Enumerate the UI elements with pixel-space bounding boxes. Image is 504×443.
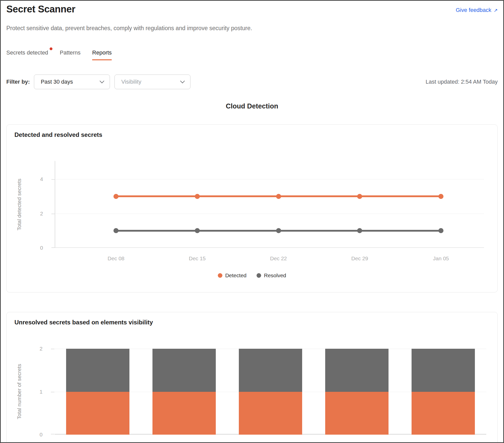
- bar-segment-detected[interactable]: [152, 392, 216, 435]
- give-feedback-link[interactable]: Give feedback ↗: [456, 7, 498, 13]
- tab-reports[interactable]: Reports: [92, 49, 112, 60]
- axis-tick: [51, 434, 54, 434]
- x-tick-label: Dec 22: [258, 255, 299, 262]
- secret-scanner-page: Secret Scanner Give feedback ↗ Protect s…: [0, 0, 504, 443]
- notification-dot: [50, 47, 52, 50]
- bar-segment-resolved[interactable]: [66, 349, 129, 392]
- legend-label: Resolved: [264, 272, 286, 279]
- x-tick-label: Dec 08: [96, 255, 136, 262]
- axis-tick: [51, 179, 55, 180]
- page-header: Secret Scanner Give feedback ↗: [6, 4, 498, 15]
- x-tick-label: Jan 05: [421, 255, 461, 262]
- legend-item[interactable]: Resolved: [257, 272, 286, 279]
- y-tick-label: 0: [26, 431, 43, 438]
- axis-baseline: [55, 247, 484, 248]
- legend-item[interactable]: Detected: [218, 272, 246, 279]
- tab-label: Reports: [92, 49, 112, 56]
- axis-tick: [51, 247, 55, 248]
- y-tick-label: 2: [27, 210, 43, 217]
- bar-segment-detected[interactable]: [239, 392, 302, 435]
- y-tick-label: 1: [26, 388, 43, 395]
- y-tick-label: 0: [27, 244, 43, 251]
- tab-secrets-detected[interactable]: Secrets detected: [6, 49, 48, 60]
- bar-segment-resolved[interactable]: [152, 349, 216, 392]
- tab-label: Patterns: [60, 49, 81, 56]
- bar-segment-resolved[interactable]: [412, 349, 475, 392]
- visibility-select[interactable]: Visibility: [114, 75, 190, 89]
- chevron-down-icon: [180, 79, 185, 83]
- line-chart-plot: 024Dec 08Dec 15Dec 22Dec 29Jan 05: [55, 161, 484, 248]
- filter-by-label: Filter by:: [6, 79, 30, 85]
- x-tick-label: Dec 29: [339, 255, 380, 262]
- y-axis-title: Total detected secrets: [16, 179, 22, 230]
- y-tick-label: 2: [26, 345, 43, 352]
- tab-label: Secrets detected: [6, 49, 48, 56]
- external-link-icon: ↗: [494, 7, 498, 13]
- tab-bar: Secrets detected Patterns Reports: [6, 49, 498, 60]
- page-subtitle: Protect sensitive data, prevent breaches…: [6, 25, 498, 32]
- date-range-value: Past 30 days: [41, 79, 73, 85]
- unresolved-visibility-card: Unresolved secrets based on elements vis…: [6, 312, 498, 443]
- bar-chart-plot: 012: [55, 349, 486, 435]
- bar-segment-detected[interactable]: [325, 392, 389, 435]
- bar-segment-resolved[interactable]: [325, 349, 389, 392]
- bar-segment-detected[interactable]: [412, 392, 475, 435]
- data-point[interactable]: [276, 194, 281, 199]
- data-point[interactable]: [357, 194, 362, 199]
- chart-legend: DetectedResolved: [7, 272, 497, 279]
- tab-patterns[interactable]: Patterns: [60, 49, 81, 60]
- axis-tick: [51, 349, 54, 349]
- visibility-placeholder: Visibility: [121, 79, 141, 85]
- y-axis-title: Total number of secrets: [16, 364, 22, 419]
- data-point[interactable]: [276, 228, 281, 233]
- axis-tick: [51, 392, 54, 392]
- date-range-select[interactable]: Past 30 days: [34, 75, 110, 89]
- bar-segment-detected[interactable]: [66, 392, 129, 435]
- section-title: Cloud Detection: [6, 102, 498, 110]
- filter-bar: Filter by: Past 30 days Visibility Last …: [6, 75, 498, 89]
- data-point[interactable]: [113, 194, 119, 199]
- data-point[interactable]: [113, 228, 119, 233]
- legend-dot-icon: [218, 273, 222, 278]
- data-point[interactable]: [438, 194, 443, 199]
- data-point[interactable]: [195, 194, 200, 199]
- data-point[interactable]: [195, 228, 200, 233]
- y-tick-label: 4: [27, 176, 43, 183]
- data-point[interactable]: [357, 228, 362, 233]
- card-title: Unresolved secrets based on elements vis…: [14, 319, 153, 326]
- give-feedback-label: Give feedback: [456, 7, 491, 13]
- card-title: Detected and resolved secrets: [14, 131, 102, 138]
- x-tick-label: Dec 15: [177, 255, 218, 262]
- gridline: [55, 214, 484, 214]
- legend-label: Detected: [225, 272, 246, 279]
- axis-tick: [51, 214, 55, 214]
- gridline: [55, 179, 484, 179]
- detected-resolved-card: Detected and resolved secrets Total dete…: [6, 124, 498, 292]
- data-point[interactable]: [438, 228, 443, 233]
- last-updated-text: Last updated: 2:54 AM Today: [425, 79, 498, 85]
- legend-dot-icon: [257, 273, 261, 278]
- page-title: Secret Scanner: [6, 4, 75, 15]
- chevron-down-icon: [100, 79, 104, 83]
- bar-segment-resolved[interactable]: [239, 349, 302, 392]
